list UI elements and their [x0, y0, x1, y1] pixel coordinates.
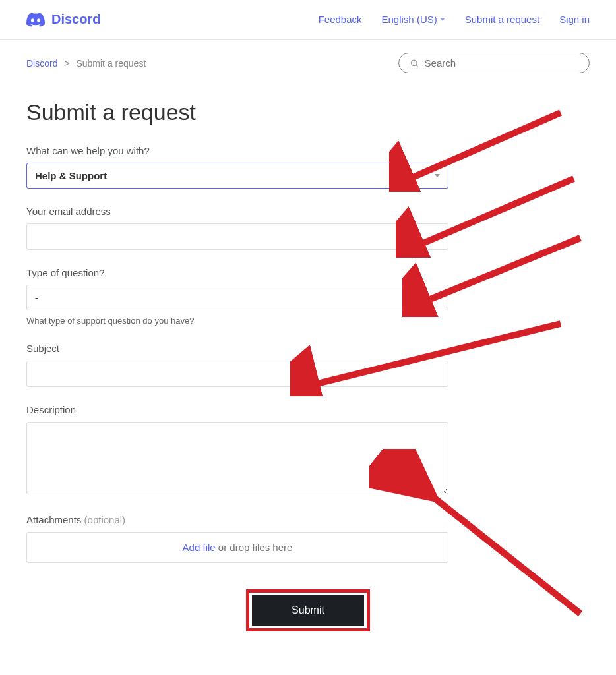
- nav-language-label: English (US): [382, 14, 437, 25]
- attachments-dropzone[interactable]: Add file or drop files here: [26, 532, 448, 563]
- help-select[interactable]: Help & Support: [26, 163, 448, 189]
- nav-feedback[interactable]: Feedback: [319, 14, 362, 25]
- chevron-down-icon: [440, 18, 445, 21]
- nav-submit-request[interactable]: Submit a request: [465, 14, 539, 25]
- submit-button[interactable]: Submit: [252, 595, 364, 626]
- attachments-optional: (optional): [84, 514, 126, 525]
- subject-input[interactable]: [26, 361, 448, 387]
- type-hint: What type of support question do you hav…: [26, 316, 590, 326]
- subject-label: Subject: [26, 343, 590, 354]
- email-input[interactable]: [26, 223, 448, 250]
- page-title: Submit a request: [26, 100, 590, 125]
- dropdown-arrow-icon: [435, 174, 440, 177]
- brand-logo[interactable]: Discord: [26, 12, 100, 27]
- discord-icon: [26, 13, 45, 27]
- description-label: Description: [26, 404, 590, 415]
- email-label: Your email address: [26, 206, 590, 217]
- search-box[interactable]: [398, 53, 590, 73]
- topbar: Discord > Submit a request: [0, 40, 616, 73]
- nav-signin[interactable]: Sign in: [559, 14, 590, 25]
- breadcrumb-current: Submit a request: [76, 58, 146, 69]
- help-select-value: Help & Support: [35, 170, 107, 181]
- brand-text: Discord: [51, 12, 100, 27]
- type-select-value: -: [35, 292, 38, 303]
- header: Discord Feedback English (US) Submit a r…: [0, 0, 616, 40]
- search-input[interactable]: [425, 57, 578, 69]
- breadcrumb-separator: >: [64, 58, 69, 69]
- type-label: Type of question?: [26, 267, 590, 278]
- submit-highlight-annotation: Submit: [246, 589, 370, 631]
- breadcrumb: Discord > Submit a request: [26, 58, 146, 69]
- help-label: What can we help you with?: [26, 145, 590, 156]
- dropdown-arrow-icon: [435, 296, 440, 299]
- dropzone-text: or drop files here: [216, 542, 293, 553]
- attachments-label: Attachments (optional): [26, 514, 590, 525]
- breadcrumb-root[interactable]: Discord: [26, 58, 57, 69]
- description-textarea[interactable]: [26, 422, 448, 494]
- nav-language[interactable]: English (US): [382, 14, 445, 25]
- main-content: Submit a request What can we help you wi…: [0, 73, 616, 658]
- type-select[interactable]: -: [26, 285, 448, 310]
- svg-point-0: [411, 60, 417, 66]
- svg-line-1: [416, 65, 418, 67]
- header-nav: Feedback English (US) Submit a request S…: [319, 14, 590, 25]
- search-icon: [410, 58, 419, 69]
- add-file-link[interactable]: Add file: [183, 542, 216, 553]
